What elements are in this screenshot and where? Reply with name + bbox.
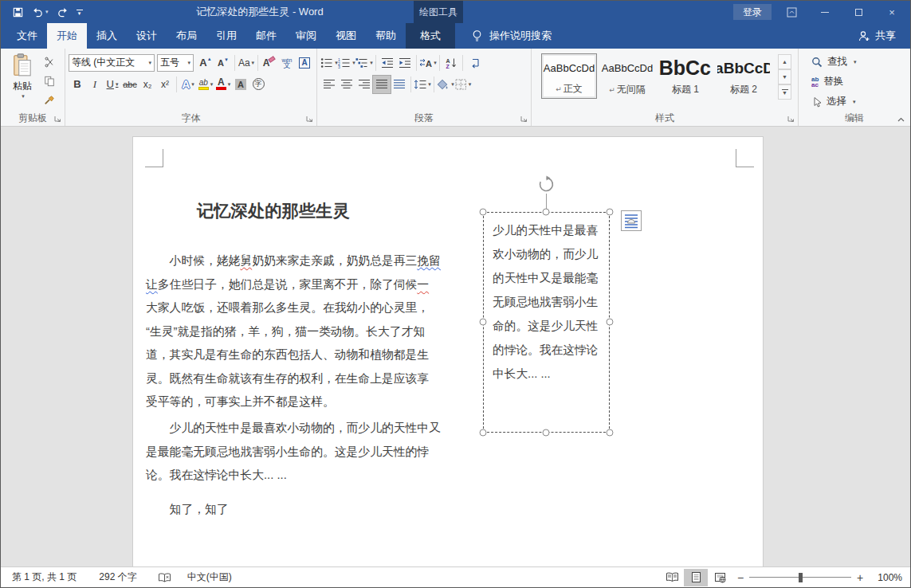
redo-button[interactable] xyxy=(57,1,69,23)
zoom-slider[interactable] xyxy=(749,572,851,583)
grow-font-button[interactable]: A▲ xyxy=(197,54,214,72)
ribbon-display-options-button[interactable] xyxy=(778,2,805,22)
customize-qat-button[interactable]: ▾ xyxy=(77,1,83,23)
line-spacing-button[interactable]: ▾ xyxy=(414,76,431,93)
tell-me-search[interactable]: 操作说明搜索 xyxy=(471,23,552,49)
sign-in-button[interactable]: 登录 xyxy=(733,4,772,20)
align-right-button[interactable] xyxy=(355,76,373,93)
text-box[interactable]: 少儿的天性中是最喜欢小动物的，而少儿的天性中又是最能毫无顾忌地戕害弱小生命的。这… xyxy=(483,212,610,433)
handle-top-left[interactable] xyxy=(480,209,487,216)
decrease-indent-button[interactable] xyxy=(379,54,396,72)
asian-layout-button[interactable]: A ▾ xyxy=(419,54,437,72)
tab-设计[interactable]: 设计 xyxy=(127,23,167,49)
paste-button[interactable]: 粘贴 ▾ xyxy=(4,52,41,109)
text-box-line[interactable]: 无顾忌地戕害弱小生 xyxy=(493,290,609,314)
style-card-标题 2[interactable]: AaBbCcDd标题 2 xyxy=(716,53,772,99)
save-button[interactable] xyxy=(12,1,24,23)
tab-引用[interactable]: 引用 xyxy=(206,23,246,49)
maximize-button[interactable] xyxy=(845,2,872,22)
undo-button[interactable]: ▾ xyxy=(32,1,49,23)
text-box-line[interactable]: 少儿的天性中是最喜 xyxy=(493,218,609,242)
change-case-button[interactable]: Aa▾ xyxy=(238,54,255,72)
text-line[interactable]: 知了，知了 xyxy=(146,498,457,522)
word-count-status[interactable]: 292 个字 xyxy=(99,570,136,584)
font-color-button[interactable]: A ▾ xyxy=(214,76,232,93)
underline-button[interactable]: U▾ xyxy=(104,76,121,93)
text-effects-button[interactable]: A▾ xyxy=(179,76,197,93)
handle-top-right[interactable] xyxy=(607,209,614,216)
justify-button[interactable] xyxy=(373,76,391,93)
increase-indent-button[interactable] xyxy=(396,54,414,72)
language-status[interactable]: 中文(中国) xyxy=(187,570,232,584)
character-shading-button[interactable]: A xyxy=(232,76,249,93)
style-gallery-more-button[interactable]: ▼ xyxy=(778,84,791,100)
text-highlight-button[interactable]: ab ▾ xyxy=(197,76,214,93)
close-button[interactable]: × xyxy=(878,2,905,22)
text-line[interactable]: 论。我在这悖论中长大... ... xyxy=(146,464,457,488)
paragraph[interactable]: 知了，知了 xyxy=(146,498,457,522)
text-line[interactable]: 受平等的，可事实上并不都是这样。 xyxy=(146,390,457,414)
minimize-button[interactable] xyxy=(811,2,838,22)
font-size-combo[interactable]: 五号▾ xyxy=(157,54,194,72)
sort-button[interactable]: AZ xyxy=(442,54,460,72)
zoom-level[interactable]: 100% xyxy=(869,572,902,583)
handle-middle-left[interactable] xyxy=(480,319,487,326)
text-line[interactable]: 灵。既然有生命就该有生存的权利，在生命上是应该享 xyxy=(146,367,457,391)
style-scroll-down-button[interactable]: ▼ xyxy=(778,69,791,84)
borders-button[interactable]: ▾ xyxy=(454,76,472,93)
italic-button[interactable]: I xyxy=(86,76,104,93)
strikethrough-button[interactable]: abc xyxy=(121,76,139,93)
text-box-text[interactable]: 少儿的天性中是最喜欢小动物的，而少儿的天性中又是最能毫无顾忌地戕害弱小生命的。这… xyxy=(484,213,609,386)
web-layout-button[interactable] xyxy=(708,569,732,586)
text-line[interactable]: 让多住些日子，她们总是说，家里离不开，除了伺候一 xyxy=(146,273,457,297)
layout-options-button[interactable] xyxy=(621,210,642,231)
share-button[interactable]: 共享 xyxy=(858,23,896,49)
document-page[interactable]: 记忆深处的那些生灵 小时候，姥姥舅奶奶来家走亲戚，奶奶总是再三挽留让多住些日子，… xyxy=(132,136,764,566)
align-left-button[interactable] xyxy=(320,76,338,93)
text-line[interactable]: 少儿的天性中是最喜欢小动物的，而少儿的天性中又 xyxy=(146,417,457,441)
print-layout-button[interactable] xyxy=(684,569,708,586)
page-number-status[interactable]: 第 1 页, 共 1 页 xyxy=(12,570,77,584)
tab-开始[interactable]: 开始 xyxy=(47,23,87,49)
clipboard-dialog-launcher[interactable] xyxy=(53,115,62,123)
read-mode-button[interactable] xyxy=(660,569,684,586)
copy-button[interactable] xyxy=(41,73,58,90)
text-box-line[interactable]: 中长大... ... xyxy=(493,362,609,386)
text-box-line[interactable]: 命的。这是少儿天性 xyxy=(493,314,609,338)
style-card-正文[interactable]: AaBbCcDd↵正文 xyxy=(541,53,597,99)
text-box-line[interactable]: 欢小动物的，而少儿 xyxy=(493,242,609,266)
tab-视图[interactable]: 视图 xyxy=(326,23,366,49)
document-heading[interactable]: 记忆深处的那些生灵 xyxy=(197,199,350,223)
undo-dropdown-arrow[interactable]: ▾ xyxy=(45,9,49,15)
zoom-out-button[interactable]: − xyxy=(732,571,749,584)
zoom-slider-thumb[interactable] xyxy=(799,573,803,582)
text-box-line[interactable]: 的天性中又是最能毫 xyxy=(493,266,609,290)
tab-审阅[interactable]: 审阅 xyxy=(286,23,326,49)
distribute-button[interactable] xyxy=(391,76,408,93)
styles-dialog-launcher[interactable] xyxy=(787,115,795,123)
bold-button[interactable]: B xyxy=(69,76,86,93)
tab-布局[interactable]: 布局 xyxy=(167,23,206,49)
text-line[interactable]: 是最能毫无顾忌地戕害弱小生命的。这是少儿天性的悖 xyxy=(146,441,457,465)
tab-格式[interactable]: 格式 xyxy=(406,23,455,49)
bullets-button[interactable]: ▾ xyxy=(320,54,338,72)
character-border-button[interactable]: A xyxy=(296,54,313,72)
replace-button[interactable]: ab ac 替换 xyxy=(802,72,907,92)
tab-帮助[interactable]: 帮助 xyxy=(366,23,406,49)
tab-邮件[interactable]: 邮件 xyxy=(246,23,286,49)
handle-top-center[interactable] xyxy=(543,209,550,216)
shrink-font-button[interactable]: A▼ xyxy=(214,54,232,72)
rotation-handle[interactable] xyxy=(537,175,556,194)
shading-button[interactable]: ▾ xyxy=(437,76,454,93)
tab-文件[interactable]: 文件 xyxy=(7,23,47,49)
text-line[interactable]: 道，其实凡是有生命的东西包括人、动物和植物都是生 xyxy=(146,343,457,367)
proofing-status[interactable] xyxy=(158,572,171,583)
cut-button[interactable] xyxy=(41,53,58,71)
text-box-line[interactable]: 的悖论。我在这悖论 xyxy=(493,338,609,362)
font-dialog-launcher[interactable] xyxy=(305,115,314,123)
font-name-combo[interactable]: 等线 (中文正文▾ xyxy=(69,54,155,72)
text-line[interactable]: “生灵”就是指的猪，羊，狗，猫一类动物。长大了才知 xyxy=(146,320,457,344)
paragraph[interactable]: 少儿的天性中是最喜欢小动物的，而少儿的天性中又是最能毫无顾忌地戕害弱小生命的。这… xyxy=(146,417,457,488)
phonetic-guide-button[interactable]: wén 文 xyxy=(278,54,296,72)
find-button[interactable]: 查找 ▾ xyxy=(802,52,907,72)
